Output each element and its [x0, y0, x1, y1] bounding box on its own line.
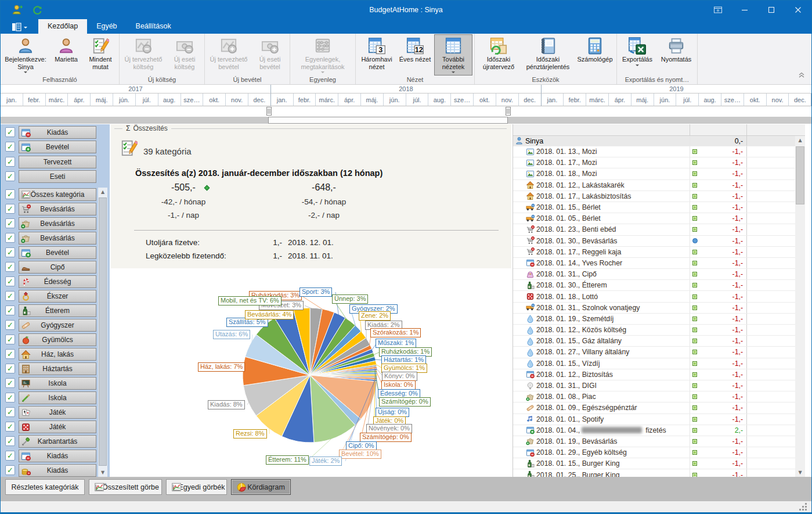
transaction-row[interactable]: 2018. 01. 15., Vízdíj-1,-: [513, 358, 795, 369]
category-checkbox[interactable]: ✓: [5, 451, 15, 461]
ribbon-button-időszaki-pénztárjelentés[interactable]: Időszaki pénztárjelentés: [522, 34, 574, 76]
category-button-kiadás[interactable]: Kiadás: [19, 126, 96, 139]
transaction-row[interactable]: 2018. 01. 12., Lakástakarék-1,-: [513, 180, 795, 191]
transaction-row[interactable]: 2018. 01. 30., Étterem-1,-: [513, 280, 795, 291]
category-checkbox[interactable]: ✓: [5, 364, 15, 373]
transaction-row[interactable]: 2018. 01. 29., Egyéb költség-1,-: [513, 447, 795, 458]
category-button-háztartás[interactable]: Háztartás: [19, 362, 96, 375]
month-cell-2018-12[interactable]: dec.: [519, 94, 542, 106]
category-checkbox[interactable]: ✓: [5, 422, 15, 432]
transaction-row[interactable]: 2018. 01. 15., Burger King-1,-: [513, 458, 795, 469]
month-cell-2019-11[interactable]: nov.: [767, 94, 789, 106]
category-button-étterem[interactable]: Étterem: [19, 304, 96, 317]
month-cell-2017-4[interactable]: ápr.: [68, 94, 91, 106]
close-button[interactable]: [785, 1, 811, 19]
category-button-gyümölcs[interactable]: Gyümölcs: [19, 333, 96, 346]
month-cell-2017-11[interactable]: nov.: [226, 94, 248, 106]
month-cell-2019-1[interactable]: jan.: [542, 94, 564, 106]
category-checkbox[interactable]: ✓: [5, 320, 15, 330]
month-cell-2019-8[interactable]: aug.: [699, 94, 721, 106]
range-grip-end[interactable]: [506, 107, 511, 116]
ribbon-button-további-nézetek[interactable]: További nézetek: [434, 34, 472, 76]
category-checkbox[interactable]: ✓: [5, 291, 15, 301]
month-cell-2019-6[interactable]: jún.: [654, 94, 677, 106]
month-cell-2018-6[interactable]: jún.: [384, 94, 406, 106]
sidebar-scrollbar[interactable]: ▲▼: [98, 188, 107, 477]
timeline-scrollbar-thumb[interactable]: [268, 117, 508, 124]
transaction-row[interactable]: 2018. 01. 25., Burger King-1,-: [513, 469, 795, 477]
transaction-row[interactable]: 2018. 01. 27., Villany általány-1,-: [513, 347, 795, 358]
ribbon-button-éves-nézet[interactable]: 12Éves nézet: [397, 34, 433, 76]
transaction-row[interactable]: 2018. 01. 14., Yves Rocher-1,-: [513, 258, 795, 269]
transaction-row[interactable]: 2018. 01. 12., Biztosítás-1,-: [513, 369, 795, 380]
scroll-up-icon[interactable]: ▲: [98, 188, 107, 196]
category-button-gyógyszer[interactable]: Gyógyszer: [19, 319, 96, 332]
transaction-row[interactable]: 2018. 01. 19., Szemétdíj-1,-: [513, 314, 795, 325]
chart-tab-összesített-görbe[interactable]: Összesített görbe: [89, 479, 162, 495]
category-button-bevásárlás[interactable]: Bevásárlás: [19, 232, 96, 245]
category-button-kiadás[interactable]: Kiadás: [19, 464, 96, 477]
month-cell-2018-5[interactable]: máj.: [361, 94, 384, 106]
ribbon-tab-egyéb[interactable]: Egyéb: [87, 19, 126, 34]
category-checkbox[interactable]: ✓: [5, 465, 15, 475]
app-menu-button[interactable]: [4, 20, 34, 34]
transaction-row[interactable]: 2018. 01. 12., Közös költség-1,-: [513, 325, 795, 336]
transaction-row[interactable]: 2018. 01. 15., Bérlet-1,-: [513, 202, 795, 213]
transaction-row[interactable]: 2018. 01. 18., Lottó-1,-: [513, 291, 795, 302]
year-cell-2019[interactable]: 2019: [542, 85, 811, 94]
month-cell-2019-9[interactable]: sze…: [721, 94, 744, 106]
category-button-bevétel[interactable]: Bevétel: [19, 141, 96, 153]
ribbon-button-marietta[interactable]: Marietta: [50, 34, 82, 76]
month-cell-2017-6[interactable]: jún.: [113, 94, 136, 106]
month-cell-2019-5[interactable]: máj.: [631, 94, 654, 106]
category-button-karbantartás[interactable]: Karbantartás: [19, 435, 96, 448]
category-checkbox[interactable]: ✓: [5, 335, 15, 344]
category-button-bevétel[interactable]: Bevétel: [19, 246, 96, 259]
month-cell-2018-2[interactable]: febr.: [294, 94, 316, 106]
month-cell-2017-8[interactable]: aug.: [158, 94, 181, 106]
sidebar-scrollbar-thumb[interactable]: [99, 197, 107, 466]
category-button-bevásárlás[interactable]: Bevásárlás: [19, 217, 96, 230]
chart-tab-részletes-kategóriák[interactable]: Részletes kategóriák: [5, 479, 85, 495]
transaction-row[interactable]: 2018. 01. 23., Benti ebéd-1,-: [513, 224, 795, 235]
month-cell-2018-8[interactable]: aug.: [428, 94, 451, 106]
category-button-bevásárlás[interactable]: Bevásárlás: [19, 203, 96, 215]
month-cell-2018-9[interactable]: sze…: [451, 94, 474, 106]
transaction-row[interactable]: 2018. 01. 09., Egészségpénztár-1,-: [513, 402, 795, 414]
category-checkbox[interactable]: ✓: [5, 127, 15, 137]
transaction-row[interactable]: 2018. 01. 01., Spotify-1,-: [513, 414, 795, 425]
ribbon-tab-beállítások[interactable]: Beállítások: [127, 19, 181, 34]
category-checkbox[interactable]: ✓: [5, 349, 15, 359]
ribbon-pin-button[interactable]: [705, 1, 731, 19]
category-checkbox[interactable]: ✓: [5, 407, 15, 417]
transaction-row[interactable]: 2018. 01. 13., Mozi-1,-: [513, 146, 795, 157]
transaction-row[interactable]: 2018. 01. 17., Reggeli kaja-1,-: [513, 247, 795, 258]
month-cell-2019-2[interactable]: febr.: [564, 94, 586, 106]
month-cell-2018-3[interactable]: márc.: [316, 94, 338, 106]
transaction-scrollbar[interactable]: ▲▼: [795, 136, 805, 477]
transaction-row[interactable]: 2018. 01. 31., Cipő-1,-: [513, 269, 795, 280]
transaction-row[interactable]: 2018. 01. 05., Bérlet-1,-: [513, 213, 795, 224]
category-button-ház-lakás[interactable]: Ház, lakás: [19, 348, 96, 361]
category-button-cipő[interactable]: Cipő: [19, 261, 96, 274]
category-checkbox[interactable]: ✓: [5, 436, 15, 446]
collapse-ribbon-icon[interactable]: [797, 70, 806, 81]
category-checkbox[interactable]: ✓: [5, 247, 15, 257]
transaction-row[interactable]: 2018. 01. 30., Bevásárlás-1,-: [513, 236, 795, 247]
category-button-játék[interactable]: Játék: [19, 406, 96, 419]
chart-tab-kördiagram[interactable]: Kördiagram: [231, 479, 291, 495]
category-checkbox[interactable]: ✓: [5, 262, 15, 272]
month-cell-2019-7[interactable]: júl.: [676, 94, 699, 106]
month-cell-2017-12[interactable]: dec.: [248, 94, 271, 106]
chart-tab-egyedi-görbék[interactable]: Egyedi görbék: [166, 479, 227, 495]
category-button-játék[interactable]: Játék: [19, 420, 96, 433]
category-checkbox[interactable]: ✓: [5, 142, 15, 152]
ribbon-button-nyomtatás[interactable]: Nyomtatás: [657, 34, 695, 76]
category-button-iskola[interactable]: Iskola: [19, 391, 96, 404]
month-cell-2017-5[interactable]: máj.: [91, 94, 113, 106]
category-button-iskola[interactable]: Iskola: [19, 377, 96, 390]
transaction-row[interactable]: 2018. 01. 18., Mozi-1,-: [513, 168, 795, 179]
owner-row[interactable]: Sinya0,-: [513, 136, 795, 146]
ribbon-button-számológép[interactable]: Számológép: [575, 34, 615, 76]
month-cell-2017-7[interactable]: júl.: [136, 94, 158, 106]
